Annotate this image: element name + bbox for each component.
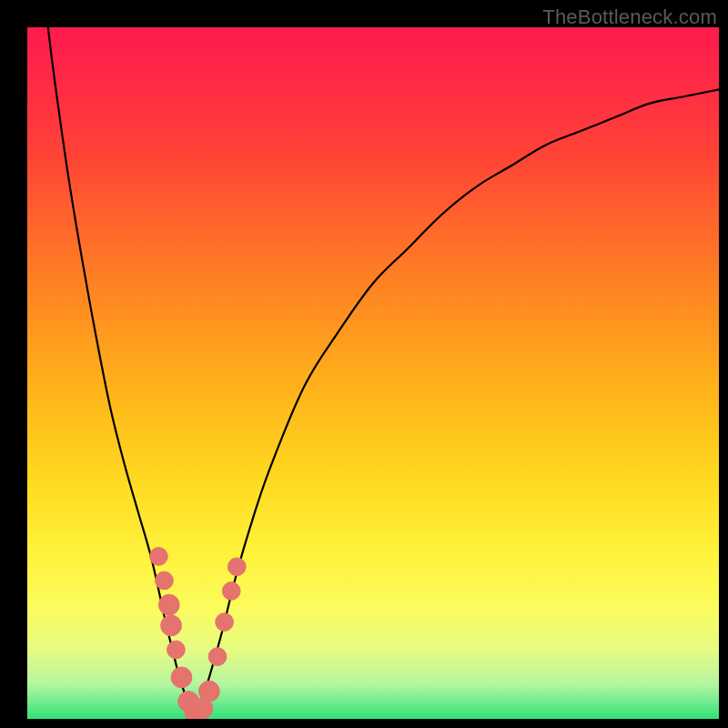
chart-frame: TheBottleneck.com: [0, 0, 728, 728]
data-marker: [171, 667, 192, 688]
chart-svg: [27, 27, 719, 719]
data-marker: [208, 648, 227, 666]
data-marker: [216, 613, 234, 632]
data-marker: [228, 558, 246, 576]
data-marker: [161, 615, 182, 636]
data-marker: [156, 571, 174, 590]
data-marker: [150, 548, 168, 566]
watermark-text: TheBottleneck.com: [542, 5, 717, 29]
marker-group: [150, 548, 247, 719]
data-marker: [222, 582, 240, 601]
data-marker: [198, 681, 219, 702]
data-marker: [167, 641, 186, 659]
right-curve: [193, 89, 719, 719]
data-marker: [158, 594, 179, 615]
plot-area: [27, 27, 719, 719]
